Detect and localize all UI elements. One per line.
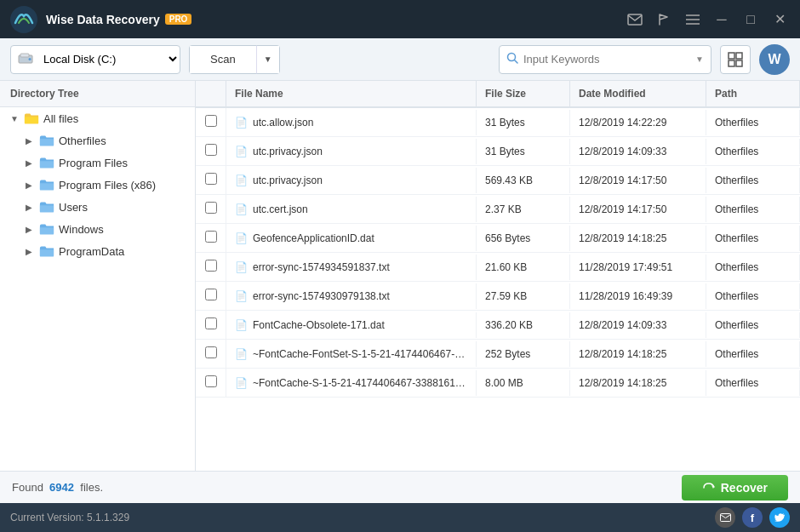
file-checkbox-cell[interactable] xyxy=(196,137,226,165)
avatar-letter: W xyxy=(768,52,780,67)
file-type-icon-7: 📄 xyxy=(235,319,248,331)
file-checkbox-7[interactable] xyxy=(205,317,217,329)
avatar-button[interactable]: W xyxy=(759,44,790,75)
file-checkbox-cell[interactable] xyxy=(196,195,226,223)
file-date-cell-3: 12/8/2019 14:17:50 xyxy=(570,197,706,222)
sidebar-item-programdata-label: ProgramData xyxy=(59,245,124,258)
email-icon-btn[interactable] xyxy=(623,8,647,31)
scan-button[interactable]: Scan xyxy=(189,45,256,74)
file-checkbox-3[interactable] xyxy=(205,202,217,214)
sidebar-item-otherfiles[interactable]: ▶ Otherfiles xyxy=(0,129,195,152)
file-checkbox-1[interactable] xyxy=(205,144,217,156)
tree-arrow-allfiles: ▼ xyxy=(10,114,22,123)
table-header: File Name File Size Date Modified Path xyxy=(196,81,800,108)
folder-icon-windows xyxy=(39,222,54,236)
file-name-text-2: utc.privacy.json xyxy=(253,174,323,186)
file-size-cell-6: 27.59 KB xyxy=(477,283,570,309)
minimize-btn[interactable]: ─ xyxy=(710,8,734,31)
th-filename[interactable]: File Name xyxy=(226,81,477,106)
folder-icon-otherfiles xyxy=(39,134,54,147)
file-checkbox-9[interactable] xyxy=(205,375,217,387)
file-checkbox-cell[interactable] xyxy=(196,253,226,281)
file-checkbox-0[interactable] xyxy=(205,115,217,127)
sidebar-item-windows[interactable]: ▶ Windows xyxy=(0,218,195,240)
file-date-cell-1: 12/8/2019 14:09:33 xyxy=(570,139,706,164)
sidebar-item-programfilesx86[interactable]: ▶ Program Files (x86) xyxy=(0,174,195,196)
file-checkbox-cell[interactable] xyxy=(196,108,226,136)
th-datemodified[interactable]: Date Modified xyxy=(570,81,706,106)
menu-icon-btn[interactable] xyxy=(681,8,705,31)
file-name-text-8: ~FontCache-FontSet-S-1-5-21-4174406467-3… xyxy=(253,348,467,360)
file-path-cell-2: Otherfiles xyxy=(706,168,800,193)
flag-icon-btn[interactable] xyxy=(652,8,676,31)
svg-rect-6 xyxy=(20,54,29,57)
table-row: 📄 utc.privacy.json 31 Bytes 12/8/2019 14… xyxy=(196,137,800,166)
folder-icon-users xyxy=(39,200,54,214)
view-toggle-button[interactable] xyxy=(720,45,751,74)
file-size-cell-3: 2.37 KB xyxy=(477,197,570,222)
sidebar-item-programfilesx86-label: Program Files (x86) xyxy=(59,179,156,192)
table-row: 📄 utc.privacy.json 569.43 KB 12/8/2019 1… xyxy=(196,166,800,195)
version-text: Current Version: 5.1.1.329 xyxy=(10,512,129,523)
email-social-icon[interactable] xyxy=(715,507,735,528)
drive-select-wrapper[interactable]: Local Disk (C:) xyxy=(10,45,180,74)
sidebar-item-programfiles-label: Program Files xyxy=(59,157,128,169)
file-name-text-6: error-sync-1574930979138.txt xyxy=(253,290,390,302)
tree-arrow-users: ▶ xyxy=(26,203,37,212)
file-checkbox-6[interactable] xyxy=(205,289,217,300)
file-checkbox-cell[interactable] xyxy=(196,340,226,368)
svg-rect-1 xyxy=(628,14,642,25)
file-checkbox-cell[interactable] xyxy=(196,369,226,397)
table-row: 📄 ~FontCache-FontSet-S-1-5-21-4174406467… xyxy=(196,340,800,369)
svg-rect-11 xyxy=(736,53,742,59)
recover-label: Recover xyxy=(721,481,768,495)
files-label: files. xyxy=(80,481,103,494)
file-name-cell-3: 📄 utc.cert.json xyxy=(226,197,477,222)
recover-button[interactable]: Recover xyxy=(682,475,788,501)
file-area: File Name File Size Date Modified Path 📄… xyxy=(196,81,800,471)
maximize-btn[interactable]: □ xyxy=(739,8,763,31)
facebook-icon[interactable]: f xyxy=(742,507,763,528)
svg-rect-12 xyxy=(729,60,734,66)
file-name-cell-2: 📄 utc.privacy.json xyxy=(226,168,477,193)
file-checkbox-cell[interactable] xyxy=(196,282,226,310)
table-row: 📄 FontCache-Obsolete-171.dat 336.20 KB 1… xyxy=(196,311,800,340)
file-type-icon-1: 📄 xyxy=(235,146,248,157)
footer-icons: f xyxy=(715,507,790,528)
file-path-cell-4: Otherfiles xyxy=(706,226,800,251)
file-checkbox-cell[interactable] xyxy=(196,311,226,339)
tree-arrow-programdata: ▶ xyxy=(26,247,37,256)
file-date-cell-7: 12/8/2019 14:09:33 xyxy=(570,312,706,338)
folder-icon-allfiles xyxy=(24,112,39,125)
fb-letter: f xyxy=(751,512,754,524)
file-checkbox-8[interactable] xyxy=(205,346,217,358)
file-date-cell-0: 12/8/2019 14:22:29 xyxy=(570,110,706,135)
file-size-cell-2: 569.43 KB xyxy=(477,168,570,193)
file-checkbox-cell[interactable] xyxy=(196,224,226,252)
file-path-cell-6: Otherfiles xyxy=(706,283,800,309)
close-btn[interactable]: ✕ xyxy=(768,8,791,31)
tree-arrow-windows: ▶ xyxy=(26,225,37,234)
file-checkbox-4[interactable] xyxy=(205,231,217,243)
status-bar: Found 6942 files. Recover xyxy=(0,471,800,503)
twitter-icon[interactable] xyxy=(769,507,790,528)
scan-dropdown-button[interactable]: ▼ xyxy=(256,45,280,74)
sidebar-item-allfiles[interactable]: ▼ All files xyxy=(0,107,195,129)
file-checkbox-5[interactable] xyxy=(205,260,217,272)
th-path[interactable]: Path xyxy=(706,81,800,106)
title-icons: ─ □ ✕ xyxy=(623,8,791,31)
pro-badge: PRO xyxy=(165,14,192,25)
drive-select[interactable]: Local Disk (C:) xyxy=(40,52,180,66)
search-input[interactable] xyxy=(523,53,690,66)
sidebar-item-programdata[interactable]: ▶ ProgramData xyxy=(0,240,195,262)
th-filesize[interactable]: File Size xyxy=(477,81,570,106)
toolbar: Local Disk (C:) Scan ▼ ▼ W xyxy=(0,38,800,81)
table-body: 📄 utc.allow.json 31 Bytes 12/8/2019 14:2… xyxy=(196,108,800,471)
search-wrapper: ▼ xyxy=(499,45,711,74)
sidebar-item-programfiles[interactable]: ▶ Program Files xyxy=(0,152,195,174)
th-check xyxy=(196,81,226,106)
file-checkbox-cell[interactable] xyxy=(196,166,226,194)
sidebar-item-users[interactable]: ▶ Users xyxy=(0,196,195,218)
file-checkbox-2[interactable] xyxy=(205,173,217,185)
search-dropdown-icon[interactable]: ▼ xyxy=(695,54,704,64)
